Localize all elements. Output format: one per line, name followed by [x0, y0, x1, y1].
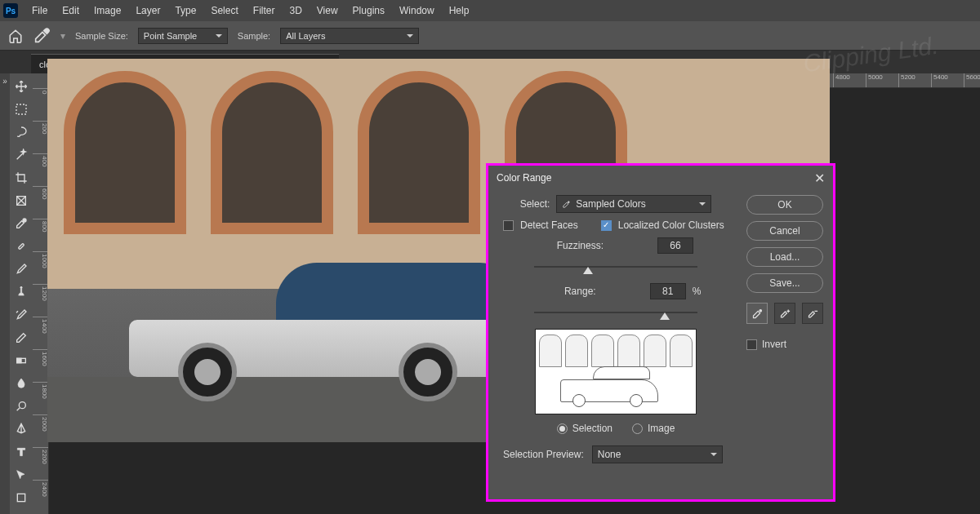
wand-tool-icon[interactable] — [14, 148, 29, 162]
eyedropper-plus-icon[interactable] — [774, 303, 795, 324]
select-label: Select: — [520, 198, 550, 210]
marquee-tool-icon[interactable] — [14, 103, 29, 116]
home-icon[interactable] — [8, 29, 23, 43]
brush-tool-icon[interactable] — [14, 263, 29, 276]
app-logo: Ps — [3, 3, 18, 18]
svg-rect-7 — [17, 494, 24, 501]
menu-window[interactable]: Window — [392, 2, 442, 20]
cancel-button[interactable]: Cancel — [746, 221, 823, 241]
path-tool-icon[interactable] — [14, 468, 29, 481]
localized-label: Localized Color Clusters — [618, 219, 724, 231]
menu-edit[interactable]: Edit — [55, 2, 87, 20]
menu-image[interactable]: Image — [87, 2, 128, 20]
selection-preview-dropdown[interactable]: None — [592, 445, 723, 463]
panel-expand[interactable]: » — [0, 73, 10, 514]
menu-file[interactable]: File — [24, 2, 55, 20]
sample-select[interactable]: All Layers — [280, 28, 419, 44]
detect-faces-checkbox[interactable] — [503, 220, 514, 231]
history-brush-icon[interactable] — [14, 308, 29, 321]
menu-view[interactable]: View — [310, 2, 345, 20]
chevron-right-icon: » — [2, 77, 7, 514]
range-slider[interactable] — [534, 306, 697, 319]
svg-point-9 — [568, 201, 570, 202]
preview-selection-radio[interactable]: Selection — [557, 423, 612, 434]
blur-tool-icon[interactable] — [14, 377, 29, 390]
load-button[interactable]: Load... — [746, 247, 823, 267]
sample-size-label: Sample Size: — [75, 31, 128, 41]
svg-point-10 — [760, 309, 762, 312]
crop-tool-icon[interactable] — [14, 171, 29, 184]
ruler-vertical[interactable]: 0200400600800100012001400160018002000220… — [33, 88, 49, 514]
svg-rect-3 — [18, 243, 24, 250]
detect-faces-label: Detect Faces — [520, 219, 578, 231]
menu-select[interactable]: Select — [203, 2, 245, 20]
svg-point-6 — [19, 402, 25, 409]
selection-preview-image[interactable] — [535, 329, 697, 414]
menu-type[interactable]: Type — [167, 2, 203, 20]
select-mode-dropdown[interactable]: Sampled Colors — [556, 195, 711, 213]
pen-tool-icon[interactable] — [14, 423, 29, 436]
options-bar: ▾ Sample Size: Point Sample Sample: All … — [0, 21, 980, 51]
fuzziness-label: Fuzziness: — [538, 240, 604, 251]
heal-tool-icon[interactable] — [14, 240, 29, 253]
dialog-title: Color Range — [497, 172, 551, 184]
preview-image-radio[interactable]: Image — [632, 423, 675, 434]
eyedropper-minus-icon[interactable] — [802, 303, 823, 324]
selection-preview-label: Selection Preview: — [503, 449, 584, 460]
ruler-origin[interactable] — [33, 73, 49, 88]
fuzziness-slider[interactable] — [534, 260, 697, 273]
eyedropper-tool-icon[interactable] — [14, 217, 29, 230]
eyedropper-icon[interactable] — [746, 303, 768, 324]
svg-point-2 — [23, 219, 26, 222]
fuzziness-input[interactable]: 66 — [657, 237, 693, 254]
shape-tool-icon[interactable] — [14, 491, 29, 504]
menu-help[interactable]: Help — [442, 2, 477, 20]
svg-rect-5 — [17, 358, 21, 362]
gradient-tool-icon[interactable] — [14, 354, 29, 367]
menu-bar: Ps File Edit Image Layer Type Select Fil… — [0, 0, 980, 21]
sample-size-select[interactable]: Point Sample — [138, 28, 228, 44]
invert-checkbox[interactable]: Invert — [746, 339, 823, 350]
localized-checkbox[interactable] — [601, 220, 612, 231]
range-unit: % — [693, 286, 702, 297]
toolbox: ••• — [10, 73, 33, 514]
color-range-dialog: Color Range ✕ Select: Sampled Colors Det… — [486, 163, 835, 502]
menu-3d[interactable]: 3D — [282, 2, 309, 20]
eraser-tool-icon[interactable] — [14, 331, 29, 344]
frame-tool-icon[interactable] — [14, 194, 29, 207]
close-icon[interactable]: ✕ — [814, 171, 825, 186]
lasso-tool-icon[interactable] — [14, 126, 29, 139]
eyedropper-icon[interactable] — [33, 27, 51, 45]
range-input[interactable]: 81 — [650, 283, 686, 299]
type-tool-icon[interactable] — [14, 445, 29, 459]
menu-plugins[interactable]: Plugins — [345, 2, 392, 20]
dodge-tool-icon[interactable] — [14, 400, 29, 413]
ok-button[interactable]: OK — [746, 195, 823, 215]
save-button[interactable]: Save... — [746, 273, 823, 293]
sample-label: Sample: — [238, 31, 270, 41]
range-label: Range: — [531, 286, 596, 297]
stamp-tool-icon[interactable] — [14, 286, 29, 299]
menu-filter[interactable]: Filter — [246, 2, 283, 20]
svg-rect-0 — [16, 104, 26, 114]
menu-layer[interactable]: Layer — [128, 2, 167, 20]
move-tool-icon[interactable] — [14, 80, 29, 93]
